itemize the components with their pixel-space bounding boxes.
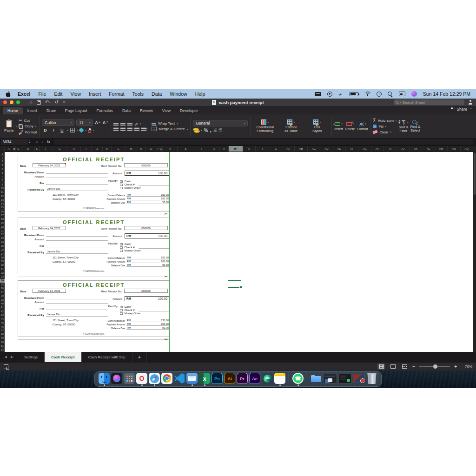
dock-item-vscode[interactable] — [174, 373, 185, 386]
menu-item-data[interactable]: Data — [152, 91, 162, 97]
row-header[interactable]: 30 — [0, 264, 5, 267]
paste-caret-icon[interactable]: ▾ — [15, 125, 17, 128]
quick-access-icon-home[interactable] — [29, 100, 33, 105]
quick-access-icon-save[interactable] — [37, 100, 41, 105]
row-header[interactable]: 17 — [0, 213, 5, 217]
align-center-button[interactable] — [120, 127, 126, 131]
money-order-checkbox[interactable] — [120, 187, 123, 190]
row-header[interactable]: 15 — [0, 206, 5, 210]
dock-item-chrome[interactable] — [161, 373, 172, 386]
ribbon-tab-home[interactable]: Home — [3, 107, 23, 114]
vertical-scrollbar[interactable] — [473, 152, 476, 352]
row-header[interactable]: 22 — [0, 233, 5, 237]
zoom-slider-knob[interactable] — [433, 364, 437, 369]
column-header[interactable]: D — [21, 146, 34, 152]
column-header[interactable]: AL — [422, 146, 435, 152]
column-header[interactable]: AC — [308, 146, 320, 152]
column-header[interactable]: A — [5, 146, 13, 152]
fill-color-button[interactable] — [79, 127, 84, 132]
dock-item-trash[interactable] — [366, 373, 377, 386]
apple-menu-icon[interactable] — [6, 91, 11, 97]
macro-record-icon[interactable] — [4, 364, 8, 369]
column-header[interactable]: AF — [346, 146, 358, 152]
italic-button[interactable]: I — [50, 127, 57, 133]
tab-scroll-arrows[interactable]: ◀▶ — [0, 352, 18, 362]
row-header[interactable]: 36 — [0, 286, 5, 290]
search-sheet-box[interactable]: ▾ — [394, 99, 464, 105]
menu-status-icon-play[interactable] — [327, 92, 332, 97]
row-header[interactable]: 45 — [0, 321, 5, 325]
menu-status-icon-scissors[interactable]: ✂ — [337, 90, 344, 97]
sheet-tab-cash-receipt-with-slip[interactable]: Cash Receipt with Slip — [82, 352, 132, 362]
check-checkbox[interactable] — [120, 184, 123, 186]
row-header[interactable]: 2 — [0, 156, 5, 159]
dock-item-safari[interactable] — [149, 373, 160, 386]
cell-styles-button[interactable]: ▾ Cell Styles — [305, 119, 329, 133]
delete-cells-button[interactable]: ▾ Delete — [345, 122, 355, 131]
column-header[interactable]: X — [243, 146, 256, 152]
row-header[interactable]: 16 — [0, 210, 5, 213]
paste-button[interactable]: Paste — [4, 120, 13, 132]
receipt-no-field[interactable]: 000200 — [124, 289, 168, 293]
row-header[interactable]: 23 — [0, 237, 5, 240]
row-header[interactable]: 34 — [0, 279, 5, 283]
quick-access-icon-customize[interactable] — [63, 100, 65, 105]
receipt-form[interactable]: OFFICIAL RECEIPT Date February 14, 2021 … — [18, 155, 170, 212]
number-format-select[interactable]: General▾ — [193, 120, 248, 126]
amount-field[interactable]: RM 100.00 — [125, 233, 169, 238]
select-all-corner[interactable] — [0, 146, 5, 152]
check-checkbox[interactable] — [120, 309, 123, 312]
row-header[interactable]: 26 — [0, 248, 5, 252]
column-header[interactable]: E — [35, 146, 40, 152]
sheet-tab-cash-receipt[interactable]: Cash Receipt — [45, 352, 82, 362]
row-header[interactable]: 5 — [0, 167, 5, 171]
zoom-out-button[interactable]: − — [412, 364, 415, 369]
align-bottom-button[interactable] — [127, 122, 132, 126]
dock-item-minimized-window-1[interactable] — [323, 373, 337, 385]
dock-item-minimized-photo[interactable] — [353, 373, 365, 385]
for-field[interactable] — [46, 244, 108, 247]
enter-icon[interactable]: ✓ — [41, 140, 44, 144]
font-color-button[interactable]: A — [88, 127, 92, 133]
column-header[interactable]: S — [178, 146, 194, 152]
menu-status-icon-time-machine[interactable] — [377, 92, 382, 97]
dock-item-opera[interactable]: O — [136, 373, 147, 386]
row-header[interactable]: 32 — [0, 271, 5, 275]
wrap-text-button[interactable]: Wrap Text▾ — [152, 121, 188, 126]
row-header[interactable]: 40 — [0, 302, 5, 305]
row-header[interactable]: 52 — [0, 348, 5, 352]
row-header[interactable]: 28 — [0, 256, 5, 259]
row-header[interactable]: 7 — [0, 175, 5, 179]
money-order-checkbox[interactable] — [120, 250, 123, 252]
menu-status-icon-keyboard[interactable] — [315, 92, 321, 96]
format-painter-button[interactable]: Format — [19, 130, 37, 134]
row-header[interactable]: 25 — [0, 244, 5, 248]
column-header[interactable]: AK — [410, 146, 422, 152]
row-header[interactable]: 3 — [0, 160, 5, 164]
find-select-button[interactable]: ▾ Find & Select — [410, 120, 421, 132]
cancel-icon[interactable]: × — [36, 139, 38, 144]
dock-item-separator-1[interactable] — [289, 374, 289, 386]
column-header[interactable]: U — [209, 146, 220, 152]
menu-clock[interactable]: Sun 14 Feb 12:29 PM — [423, 91, 470, 97]
row-header[interactable]: 42 — [0, 310, 5, 313]
column-header[interactable]: Z — [270, 146, 282, 152]
row-header[interactable]: 4 — [0, 164, 5, 167]
ribbon-tab-data[interactable]: Data — [118, 107, 135, 114]
menu-status-icon-battery[interactable] — [350, 92, 358, 96]
row-header[interactable]: 47 — [0, 329, 5, 332]
row-header[interactable]: 8 — [0, 179, 5, 183]
date-field[interactable]: February 14, 2021 — [33, 226, 66, 230]
row-header[interactable]: 51 — [0, 344, 5, 348]
column-header[interactable]: AA — [282, 146, 295, 152]
zoom-slider[interactable] — [419, 366, 450, 367]
received-by-field[interactable]: James Dio — [46, 187, 108, 191]
search-input[interactable] — [403, 100, 463, 105]
decrease-decimal-button[interactable]: .00+.0 — [218, 128, 222, 133]
ribbon-tab-formulas[interactable]: Formulas — [92, 107, 118, 114]
zoom-in-button[interactable]: + — [454, 364, 457, 369]
dock-item-siri[interactable] — [111, 373, 122, 386]
minimize-button[interactable] — [10, 100, 13, 104]
font-size-select[interactable]: 11▾ — [76, 119, 93, 126]
row-header[interactable]: 44 — [0, 317, 5, 321]
